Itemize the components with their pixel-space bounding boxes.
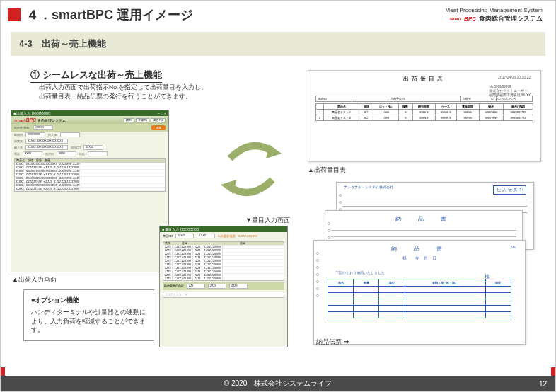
app1-search-btn: 検索 [151, 125, 166, 130]
mini-btn: 師 F1 [124, 118, 134, 122]
doc-b-title: 納 品 書 [325, 215, 522, 223]
system-name-jp: 食肉総合管理システム [479, 14, 543, 23]
shipment-weight-report: 出荷量目表 2017/04/08 10:36:22 No.0099/09999 … [308, 70, 541, 162]
doc1-addr4: TEL 092-555-5578 [489, 98, 515, 101]
doc-c-title: 納 品 書 [314, 245, 525, 253]
app1-logo-smart: smart [14, 118, 25, 122]
weight-entry-screenshot: ■ 量目入力 (XXXXXXX) 商品CDXXXXXX.XXX出荷重量/重量 Z… [159, 226, 288, 347]
app1-title: ■ 出荷入力 (XXXXXXX) [13, 111, 50, 115]
app2-sum: 出荷重量/重量 Z,ZZZ,ZZ9.999 [218, 234, 257, 238]
shipment-entry-screenshot: ■ 出荷入力 (XXXXXXX) − □ × smart BPC 食肉管理システ… [11, 110, 169, 272]
page-number: 12 [539, 380, 547, 388]
copyright: © 2020 株式会社システムライフ [224, 379, 332, 388]
section-bar: 4-3 出荷～売上機能 [11, 32, 545, 56]
header-brand: Meat Processing Management System smart … [446, 6, 543, 23]
slide-header: ４．smartBPC 運用イメージ Meat Processing Manage… [1, 1, 555, 28]
doc-a-title: 仕 入 伝 票 ① [493, 185, 526, 195]
doc-c-table: 品名数量単位金額（税・枚・箱）摘要 [328, 279, 511, 318]
slide-footer: © 2020 株式会社システムライフ 12 [1, 376, 555, 391]
caption-app1: ▲出荷入力画面 [12, 275, 57, 284]
mini-btn: 登録 F5 [136, 118, 149, 122]
doc1-addr1: No.0099/09999 [489, 85, 511, 88]
accent-left [1, 367, 5, 376]
caption-app2: ▼量目入力画面 [245, 216, 290, 225]
delivery-slip-c: 納 品 書 No. 様 年 月 日 下記のとおり納品いたしました 様 品名数量単… [313, 240, 526, 345]
doc-a-company: ナショナル・システム株式会社 [344, 185, 393, 189]
doc1-date: 2017/04/08 10:36:22 [498, 75, 531, 79]
app1-system-label: 食肉管理システム [37, 118, 66, 122]
app2-msgbar: ガイドメッセージ [163, 292, 284, 298]
app1-field: XXXXX [33, 125, 53, 130]
system-name-en: Meat Processing Management System [446, 6, 543, 14]
app2-footer-label: 出荷重量の合計 [164, 284, 184, 289]
option-box: ■オプション機能 ハンディターミナルや計量器との連動により、入力負荷を軽減するこ… [23, 289, 154, 341]
app2-title: ■ 量目入力 (XXXXXXX) [162, 227, 199, 231]
logo-bpc: BPC [464, 15, 476, 23]
app1-field-label: 出荷番号No [14, 126, 29, 129]
app1-logo-bpc: BPC [25, 117, 36, 122]
option-title: ■オプション機能 [31, 296, 146, 305]
feature-desc-line2: 出荷量目表・納品伝票の発行を行うことができます。 [39, 93, 192, 100]
doc1-addr3: 福岡県福岡市博多区XX-XX [489, 93, 531, 97]
accent-square [8, 8, 21, 21]
logo-smart: smart [450, 16, 461, 21]
mini-btn: 戻る F12 [151, 118, 166, 122]
feature-desc-line1: 出荷入力画面で出荷指示No.を指定して出荷量目を入力し、 [39, 83, 207, 91]
slide-title: ４．smartBPC 運用イメージ [26, 6, 193, 23]
feature-description: 出荷入力画面で出荷指示No.を指定して出荷量目を入力し、 出荷量目表・納品伝票の… [39, 83, 207, 101]
feature-title: ① シームレスな出荷～売上機能 [30, 69, 162, 83]
flow-arrows-icon [219, 134, 283, 204]
delivery-slip-stack: ナショナル・システム株式会社 仕 入 伝 票 ① 納 品 書 納 品 書 No.… [308, 182, 548, 359]
caption-doc1: ▲出荷量目表 [308, 166, 346, 175]
window-controls-icon: − □ × [158, 111, 166, 115]
accent-right [551, 367, 555, 376]
app1-titlebar: ■ 出荷入力 (XXXXXXX) − □ × [11, 110, 168, 116]
caption-docstack: 納品伝票 ➡ [316, 338, 349, 347]
option-text: ハンディターミナルや計量器との連動により、入力負荷を軽減することができます。 [31, 309, 146, 334]
doc1-table: 商品名規格ロットNo.個数梱包形態ケース賞味期限備考備考(明細) 1商品名テスト… [315, 103, 533, 121]
doc1-addr2: 株式会社テストユーザー [489, 89, 528, 93]
